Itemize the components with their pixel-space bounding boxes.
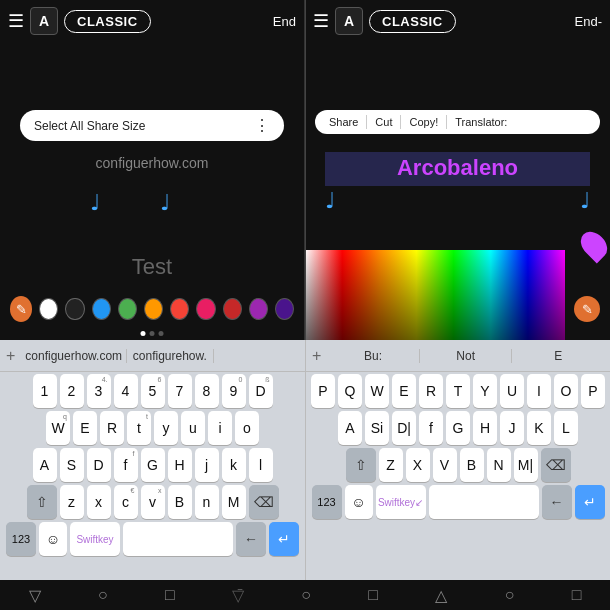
key-x[interactable]: x bbox=[87, 485, 111, 519]
share-btn[interactable]: Share bbox=[325, 116, 362, 128]
color-blue[interactable] bbox=[92, 298, 111, 320]
rkey-g[interactable]: G bbox=[446, 411, 470, 445]
emoji-key[interactable]: ☺ bbox=[39, 522, 67, 556]
classic-mode-button-right[interactable]: CLASSIC bbox=[369, 10, 456, 33]
key-c[interactable]: €c bbox=[114, 485, 138, 519]
font-button-right[interactable]: A bbox=[335, 7, 363, 35]
key-r[interactable]: R bbox=[100, 411, 124, 445]
hamburger-icon-right[interactable]: ☰ bbox=[313, 12, 329, 30]
rspace-key[interactable] bbox=[429, 485, 539, 519]
rdelete-key[interactable]: ⌫ bbox=[541, 448, 571, 482]
key-s[interactable]: S bbox=[60, 448, 84, 482]
suggest-plus-right[interactable]: + bbox=[312, 347, 321, 365]
color-white[interactable] bbox=[39, 298, 58, 320]
key-9[interactable]: Dß bbox=[249, 374, 273, 408]
rkey-h[interactable]: H bbox=[473, 411, 497, 445]
handle-left[interactable]: ♩ bbox=[90, 190, 100, 216]
key-2[interactable]: 2 bbox=[60, 374, 84, 408]
rnumbers-key[interactable]: 123 bbox=[312, 485, 342, 519]
rkey-z[interactable]: Z bbox=[379, 448, 403, 482]
key-6[interactable]: 7 bbox=[168, 374, 192, 408]
font-button[interactable]: A bbox=[30, 7, 58, 35]
color-purple[interactable] bbox=[249, 298, 268, 320]
renter-key[interactable]: ↵ bbox=[575, 485, 605, 519]
handle-right[interactable]: ♩ bbox=[160, 190, 170, 216]
rkey-d[interactable]: D| bbox=[392, 411, 416, 445]
key-y[interactable]: y bbox=[154, 411, 178, 445]
rshift-key[interactable]: ⇧ bbox=[346, 448, 376, 482]
nav-square[interactable]: □ bbox=[572, 586, 582, 604]
enter-key[interactable]: ↵ bbox=[269, 522, 299, 556]
color-orange[interactable] bbox=[144, 298, 163, 320]
shift-key[interactable]: ⇧ bbox=[27, 485, 57, 519]
rkey-l[interactable]: L bbox=[554, 411, 578, 445]
left-context-bar[interactable]: Select All Share Size ⋮ bbox=[20, 110, 284, 141]
key-z[interactable]: z bbox=[60, 485, 84, 519]
nav-recents[interactable]: □ bbox=[165, 586, 175, 604]
suggest-word-r2[interactable]: Not bbox=[420, 349, 513, 363]
handle-right-right[interactable]: ♩ bbox=[580, 188, 590, 214]
nav-recents2[interactable]: □ bbox=[368, 586, 378, 604]
translator-btn[interactable]: Translator: bbox=[451, 116, 511, 128]
key-5[interactable]: 56 bbox=[141, 374, 165, 408]
suggest-word-1[interactable]: configuerhow.com bbox=[21, 349, 127, 363]
remoji-key[interactable]: ☺ bbox=[345, 485, 373, 519]
rkey-t[interactable]: T bbox=[446, 374, 470, 408]
rkey-i[interactable]: I bbox=[527, 374, 551, 408]
key-f[interactable]: ff bbox=[114, 448, 138, 482]
rkey-o[interactable]: O bbox=[554, 374, 578, 408]
suggest-word-3[interactable] bbox=[214, 349, 299, 363]
suggest-word-r1[interactable]: Bu: bbox=[327, 349, 420, 363]
nav-home[interactable]: ○ bbox=[98, 586, 108, 604]
key-k[interactable]: k bbox=[222, 448, 246, 482]
rkey-r[interactable]: R bbox=[419, 374, 443, 408]
rswiftkey-logo[interactable]: Swiftkey↙ bbox=[376, 485, 426, 519]
key-d[interactable]: D bbox=[87, 448, 111, 482]
key-n[interactable]: n bbox=[195, 485, 219, 519]
color-deep-purple[interactable] bbox=[275, 298, 294, 320]
key-o[interactable]: o bbox=[235, 411, 259, 445]
suggest-word-r3[interactable]: E bbox=[512, 349, 604, 363]
color-picker-eyedropper[interactable]: ✎ bbox=[574, 296, 600, 322]
rkey-p[interactable]: P bbox=[311, 374, 335, 408]
rkey-q[interactable]: Q bbox=[338, 374, 362, 408]
rkey-a[interactable]: A bbox=[338, 411, 362, 445]
rkey-j[interactable]: J bbox=[500, 411, 524, 445]
nav-back2[interactable]: ▽̄ bbox=[232, 586, 244, 605]
space-key[interactable] bbox=[123, 522, 233, 556]
key-i[interactable]: i bbox=[208, 411, 232, 445]
key-t[interactable]: tt bbox=[127, 411, 151, 445]
rkey-y[interactable]: Y bbox=[473, 374, 497, 408]
rkey-u[interactable]: U bbox=[500, 374, 524, 408]
key-a[interactable]: A bbox=[33, 448, 57, 482]
key-h[interactable]: H bbox=[168, 448, 192, 482]
copy-btn[interactable]: Copy! bbox=[405, 116, 442, 128]
key-m[interactable]: M bbox=[222, 485, 246, 519]
numbers-key[interactable]: 123 bbox=[6, 522, 36, 556]
color-dark-red[interactable] bbox=[223, 298, 242, 320]
key-g[interactable]: G bbox=[141, 448, 165, 482]
arrow-left-key[interactable]: ← bbox=[236, 522, 266, 556]
suggest-word-2[interactable]: configurehow. bbox=[127, 349, 213, 363]
nav-home2[interactable]: ○ bbox=[301, 586, 311, 604]
rkey-k[interactable]: K bbox=[527, 411, 551, 445]
eyedropper-button[interactable]: ✎ bbox=[10, 296, 32, 322]
key-l[interactable]: l bbox=[249, 448, 273, 482]
rkey-v[interactable]: V bbox=[433, 448, 457, 482]
cut-btn[interactable]: Cut bbox=[371, 116, 396, 128]
classic-mode-button[interactable]: CLASSIC bbox=[64, 10, 151, 33]
key-j[interactable]: j bbox=[195, 448, 219, 482]
delete-key[interactable]: ⌫ bbox=[249, 485, 279, 519]
rkey-f[interactable]: f bbox=[419, 411, 443, 445]
key-q[interactable]: qW bbox=[46, 411, 70, 445]
rkey-e[interactable]: E bbox=[392, 374, 416, 408]
key-u[interactable]: u bbox=[181, 411, 205, 445]
nav-up[interactable]: △ bbox=[435, 586, 447, 605]
rkey-n[interactable]: N bbox=[487, 448, 511, 482]
key-b[interactable]: B bbox=[168, 485, 192, 519]
rkey-m[interactable]: M| bbox=[514, 448, 538, 482]
key-8[interactable]: 90 bbox=[222, 374, 246, 408]
rkey-b[interactable]: B bbox=[460, 448, 484, 482]
key-v[interactable]: xv bbox=[141, 485, 165, 519]
right-context-bar[interactable]: Share Cut Copy! Translator: bbox=[315, 110, 600, 134]
